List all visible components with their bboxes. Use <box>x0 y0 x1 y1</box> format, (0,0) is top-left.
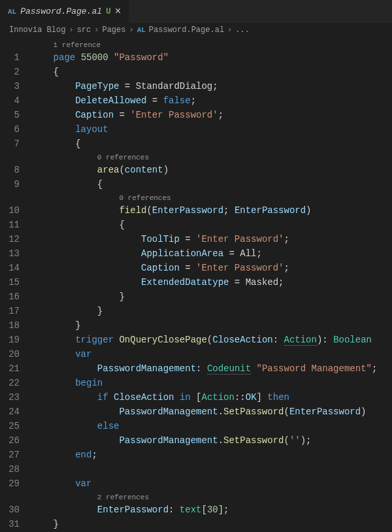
line-number: 22 <box>0 376 31 390</box>
line-number: 30 <box>0 503 31 517</box>
breadcrumb-part[interactable]: Pages <box>102 25 125 35</box>
line-number: 13 <box>0 246 31 261</box>
code-line[interactable]: 10 field(EnterPassword; EnterPassword) <box>0 203 392 218</box>
chevron-right-icon: › <box>129 25 133 35</box>
breadcrumb-file[interactable]: Password.Page.al <box>149 25 224 35</box>
line-number: 14 <box>0 261 31 275</box>
line-number: 6 <box>0 122 31 137</box>
line-number: 9 <box>0 177 31 191</box>
line-number: 3 <box>0 79 31 93</box>
line-number: 16 <box>0 290 31 304</box>
tab-filename: Password.Page.al <box>20 7 102 16</box>
breadcrumb-part[interactable]: src <box>77 25 91 35</box>
line-number: 10 <box>0 203 31 218</box>
line-number: 17 <box>0 304 31 318</box>
codelens-reference[interactable]: 1 reference <box>54 41 101 49</box>
code-line[interactable]: 17 } <box>0 304 392 318</box>
line-number: 27 <box>0 448 31 462</box>
code-line[interactable]: 13 ApplicationArea = All; <box>0 246 392 261</box>
code-line[interactable]: 4 DeleteAllowed = false; <box>0 93 392 108</box>
tab-lang-badge: AL <box>8 8 16 16</box>
code-line[interactable]: 28 <box>0 462 392 476</box>
line-number: 26 <box>0 433 31 448</box>
code-line[interactable]: 23 if CloseAction in [Action::OK] then <box>0 390 392 405</box>
codelens-reference[interactable]: 2 references <box>97 493 149 501</box>
line-number: 11 <box>0 218 31 232</box>
tab-modified-indicator: U <box>106 7 111 16</box>
line-number: 18 <box>0 318 31 333</box>
chevron-right-icon: › <box>94 25 99 35</box>
codelens-reference[interactable]: 0 references <box>119 194 171 202</box>
line-number: 4 <box>0 93 31 108</box>
line-number: 31 <box>0 517 31 531</box>
code-line[interactable]: 22 begin <box>0 376 392 390</box>
line-number: 21 <box>0 361 31 376</box>
code-line[interactable]: 15 ExtendedDatatype = Masked; <box>0 275 392 290</box>
tab-bar: AL Password.Page.al U × <box>0 0 392 23</box>
code-line[interactable]: 9 { <box>0 177 392 191</box>
line-number: 23 <box>0 390 31 405</box>
line-number: 2 <box>0 65 31 79</box>
codelens-reference[interactable]: 0 references <box>97 154 149 161</box>
code-line[interactable]: 21 PasswordManagement: Codeunit "Passwor… <box>0 361 392 376</box>
code-line[interactable]: 20 var <box>0 347 392 361</box>
code-line[interactable]: 30 EnterPassword: text[30]; <box>0 503 392 517</box>
code-line[interactable]: 2 { <box>0 65 392 79</box>
code-line[interactable]: 12 ToolTip = 'Enter Password'; <box>0 232 392 246</box>
line-number: 5 <box>0 108 31 122</box>
code-line[interactable]: 8 area(content) <box>0 163 392 177</box>
line-number: 25 <box>0 419 31 433</box>
line-number: 12 <box>0 232 31 246</box>
code-line[interactable]: 25 else <box>0 419 392 433</box>
close-icon[interactable]: × <box>115 6 122 18</box>
code-line[interactable]: 18 } <box>0 318 392 333</box>
code-line[interactable]: 3 PageType = StandardDialog; <box>0 79 392 93</box>
line-number: 1 <box>0 50 31 65</box>
code-line[interactable]: 5 Caption = 'Enter Password'; <box>0 108 392 122</box>
line-number: 7 <box>0 137 31 151</box>
code-line[interactable]: 7 { <box>0 137 392 151</box>
breadcrumb-part[interactable]: Innovia Blog <box>9 25 65 35</box>
code-line[interactable]: 29 var <box>0 476 392 491</box>
line-number: 19 <box>0 333 31 347</box>
code-line[interactable]: 19 trigger OnQueryClosePage(CloseAction:… <box>0 333 392 347</box>
line-number: 29 <box>0 476 31 491</box>
line-number: 8 <box>0 163 31 177</box>
line-number: 20 <box>0 347 31 361</box>
code-line[interactable]: 31 } <box>0 517 392 531</box>
line-number: 28 <box>0 462 31 476</box>
breadcrumb[interactable]: Innovia Blog › src › Pages › AL Password… <box>0 23 392 37</box>
chevron-right-icon: › <box>227 25 232 35</box>
code-line[interactable]: 24 PasswordManagement.SetPassword(EnterP… <box>0 405 392 419</box>
breadcrumb-lang-badge: AL <box>137 26 146 34</box>
line-number: 24 <box>0 405 31 419</box>
code-line[interactable]: 1 page 55000 "Password" <box>0 50 392 65</box>
line-number: 15 <box>0 275 31 290</box>
code-editor[interactable]: 1 reference 1 page 55000 "Password" 2 { … <box>0 37 392 532</box>
chevron-right-icon: › <box>69 25 73 35</box>
breadcrumb-more[interactable]: ... <box>235 25 250 35</box>
code-line[interactable]: 6 layout <box>0 122 392 137</box>
code-line[interactable]: 14 Caption = 'Enter Password'; <box>0 261 392 275</box>
tab-password-page[interactable]: AL Password.Page.al U × <box>0 0 129 23</box>
code-line[interactable]: 26 PasswordManagement.SetPassword(''); <box>0 433 392 448</box>
code-line[interactable]: 11 { <box>0 218 392 232</box>
code-line[interactable]: 16 } <box>0 290 392 304</box>
code-line[interactable]: 27 end; <box>0 448 392 462</box>
